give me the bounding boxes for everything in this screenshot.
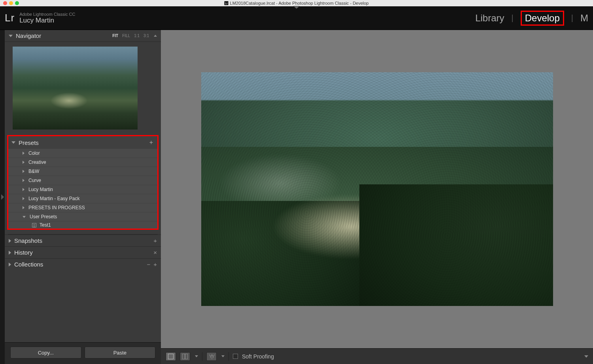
window-title-text: LM2018Catalogue.lrcat - Adobe Photoshop … bbox=[230, 1, 369, 6]
preset-group-creative[interactable]: Creative bbox=[8, 158, 157, 167]
preset-group-color[interactable]: Color bbox=[8, 149, 157, 158]
soft-proofing-label: Soft Proofing bbox=[242, 353, 274, 360]
remove-collection-button[interactable]: − bbox=[147, 261, 150, 268]
canvas-area: Y|Y Soft Proofing bbox=[161, 30, 593, 364]
tab-m-truncated[interactable]: M bbox=[580, 13, 588, 24]
left-panel: Navigator FIT FILL 1:1 3:1 Prese bbox=[5, 30, 161, 364]
mac-titlebar: Lr LM2018Catalogue.lrcat - Adobe Photosh… bbox=[0, 0, 593, 6]
preset-item-test1[interactable]: Test1 bbox=[8, 221, 157, 229]
preset-group-label: Color bbox=[28, 150, 40, 157]
copy-button[interactable]: Copy... bbox=[10, 347, 81, 358]
tab-separator: | bbox=[512, 13, 514, 23]
tab-library[interactable]: Library bbox=[475, 13, 504, 24]
chevron-right-icon bbox=[23, 152, 25, 155]
soft-proofing-checkbox[interactable] bbox=[233, 354, 238, 359]
zoom-1-1[interactable]: 1:1 bbox=[134, 34, 140, 38]
preset-group-in-progress[interactable]: PRESETS IN PROGRESS bbox=[8, 203, 157, 212]
preset-group-label: Lucy Martin bbox=[28, 186, 53, 193]
add-snapshot-button[interactable]: + bbox=[153, 237, 157, 244]
preset-group-user-presets[interactable]: User Presets bbox=[8, 212, 157, 221]
presets-panel-header[interactable]: Presets + bbox=[8, 136, 157, 149]
chevron-right-icon bbox=[23, 170, 25, 173]
preset-group-label: User Presets bbox=[30, 213, 57, 220]
navigator-zoom-controls: FIT FILL 1:1 3:1 bbox=[112, 34, 157, 38]
chevron-down-icon bbox=[9, 35, 13, 37]
presets-title: Presets bbox=[19, 139, 39, 146]
lr-logo: Lr bbox=[5, 12, 15, 24]
toolbar-options-icon[interactable] bbox=[584, 355, 588, 358]
navigator-thumbnail[interactable] bbox=[13, 47, 138, 129]
preset-group-label: Lucy Martin - Easy Pack bbox=[28, 195, 79, 202]
zoom-fit[interactable]: FIT bbox=[112, 34, 118, 38]
lr-app-icon: Lr bbox=[225, 1, 229, 5]
navigator-body bbox=[5, 42, 161, 135]
history-title: History bbox=[14, 249, 33, 256]
preset-group-label: Creative bbox=[28, 159, 46, 166]
zoom-dropdown-icon[interactable] bbox=[154, 35, 157, 37]
window-close-button[interactable] bbox=[3, 1, 7, 5]
tab-develop[interactable]: Develop bbox=[521, 11, 564, 26]
add-collection-button[interactable]: + bbox=[153, 261, 157, 268]
preset-group-lucy-martin[interactable]: Lucy Martin bbox=[8, 185, 157, 194]
before-after-lr-button[interactable] bbox=[180, 352, 190, 361]
window-minimize-button[interactable] bbox=[9, 1, 13, 5]
loupe-view-button[interactable] bbox=[166, 352, 176, 361]
collections-title: Collections bbox=[14, 261, 43, 268]
app-header: Lr Adobe Lightroom Classic CC Lucy Marti… bbox=[0, 6, 593, 30]
identity-user-name: Lucy Martin bbox=[19, 17, 75, 24]
preset-item-label: Test1 bbox=[40, 222, 51, 228]
identity-app-name: Adobe Lightroom Classic CC bbox=[19, 12, 75, 17]
preset-group-bw[interactable]: B&W bbox=[8, 167, 157, 176]
presets-list: Color Creative B&W Curve Lucy Martin Luc… bbox=[8, 149, 157, 229]
preset-icon bbox=[32, 223, 36, 227]
chevron-right-icon bbox=[9, 251, 11, 255]
presets-panel-highlight: Presets + Color Creative B&W Curve Lucy … bbox=[7, 135, 159, 230]
left-reveal-strip[interactable] bbox=[0, 30, 5, 364]
add-preset-button[interactable]: + bbox=[148, 139, 154, 146]
chevron-down-icon bbox=[11, 141, 15, 144]
preset-group-label: Curve bbox=[28, 177, 41, 184]
history-panel-header[interactable]: History × bbox=[5, 246, 161, 258]
swap-dropdown-icon[interactable] bbox=[221, 355, 225, 357]
toolbar-divider bbox=[229, 352, 229, 361]
window-zoom-button[interactable] bbox=[15, 1, 19, 5]
zoom-3-1[interactable]: 3:1 bbox=[144, 34, 149, 38]
chevron-right-icon bbox=[23, 206, 25, 209]
left-bottom-buttons: Copy... Paste bbox=[5, 342, 161, 364]
photo-preview bbox=[201, 72, 553, 306]
chevron-right-icon bbox=[9, 263, 11, 266]
snapshots-title: Snapshots bbox=[14, 237, 42, 244]
chevron-right-icon bbox=[1, 194, 4, 200]
toolbar-divider bbox=[202, 352, 202, 361]
collections-panel-header[interactable]: Collections − + bbox=[5, 258, 161, 270]
preset-group-curve[interactable]: Curve bbox=[8, 176, 157, 185]
reveal-menubar-icon[interactable] bbox=[293, 6, 300, 9]
canvas-toolbar: Y|Y Soft Proofing bbox=[161, 348, 593, 364]
navigator-panel-header[interactable]: Navigator FIT FILL 1:1 3:1 bbox=[5, 30, 161, 42]
preset-group-label: B&W bbox=[28, 168, 39, 175]
chevron-right-icon bbox=[23, 179, 25, 182]
tab-separator: | bbox=[571, 13, 573, 23]
before-after-swap-button[interactable]: Y|Y bbox=[206, 352, 217, 361]
module-picker: Library | Develop | M bbox=[475, 11, 588, 26]
zoom-fill[interactable]: FILL bbox=[122, 34, 130, 38]
chevron-right-icon bbox=[23, 161, 25, 164]
image-stage[interactable] bbox=[161, 30, 593, 348]
chevron-down-icon bbox=[23, 216, 26, 218]
chevron-right-icon bbox=[23, 188, 25, 191]
snapshots-panel-header[interactable]: Snapshots + bbox=[5, 235, 161, 246]
chevron-right-icon bbox=[23, 197, 25, 200]
chevron-right-icon bbox=[9, 239, 11, 243]
preset-group-easy-pack[interactable]: Lucy Martin - Easy Pack bbox=[8, 194, 157, 203]
view-dropdown-icon[interactable] bbox=[195, 355, 198, 357]
navigator-title: Navigator bbox=[16, 32, 41, 39]
clear-history-button[interactable]: × bbox=[153, 249, 157, 256]
paste-button[interactable]: Paste bbox=[85, 347, 156, 358]
preset-group-label: PRESETS IN PROGRESS bbox=[28, 204, 85, 211]
window-title: Lr LM2018Catalogue.lrcat - Adobe Photosh… bbox=[225, 1, 369, 6]
